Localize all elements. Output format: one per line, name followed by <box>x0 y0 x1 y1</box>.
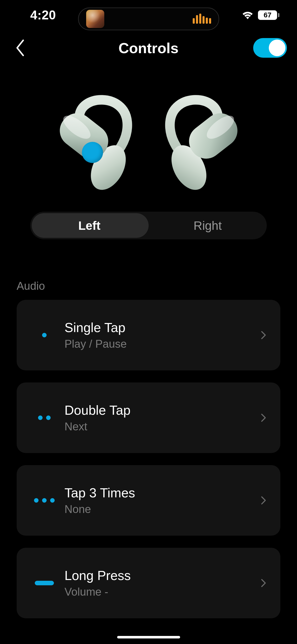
home-indicator[interactable] <box>117 636 180 638</box>
earbud-left[interactable] <box>49 87 140 195</box>
status-bar: 4:20 67 <box>0 0 297 30</box>
status-right: 67 <box>242 10 279 20</box>
row-long-press[interactable]: Long Press Volume - <box>17 548 280 618</box>
single-tap-icon <box>27 333 62 337</box>
now-playing-artwork <box>86 10 104 28</box>
row-subtitle: None <box>64 503 259 516</box>
selection-indicator-icon <box>82 142 103 163</box>
double-tap-icon <box>27 415 62 420</box>
wifi-icon <box>242 11 253 19</box>
page-title: Controls <box>118 40 178 56</box>
toggle-knob <box>269 40 285 56</box>
row-subtitle: Volume - <box>64 586 259 598</box>
row-title: Tap 3 Times <box>64 485 259 500</box>
row-subtitle: Play / Pause <box>64 338 259 350</box>
controls-master-toggle[interactable] <box>253 38 287 58</box>
chevron-left-icon <box>15 39 25 57</box>
battery-indicator: 67 <box>258 10 279 20</box>
section-label-audio: Audio <box>0 280 297 292</box>
tab-right[interactable]: Right <box>149 219 267 233</box>
audio-visualizer-icon <box>193 14 211 24</box>
status-time: 4:20 <box>30 8 56 22</box>
battery-percent: 67 <box>263 11 271 19</box>
row-double-tap[interactable]: Double Tap Next <box>17 382 280 453</box>
triple-tap-icon <box>27 498 62 503</box>
controls-list: Single Tap Play / Pause Double Tap Next … <box>0 300 297 618</box>
row-title: Single Tap <box>64 320 259 335</box>
dynamic-island[interactable] <box>78 8 219 30</box>
chevron-right-icon <box>259 578 268 588</box>
tab-left[interactable]: Left <box>30 219 149 233</box>
earbud-illustration <box>0 66 297 209</box>
long-press-icon <box>27 581 62 585</box>
row-triple-tap[interactable]: Tap 3 Times None <box>17 465 280 536</box>
row-title: Long Press <box>64 568 259 583</box>
earbud-right[interactable] <box>157 87 248 195</box>
back-button[interactable] <box>10 34 30 62</box>
row-subtitle: Next <box>64 420 259 433</box>
app-header: Controls <box>0 30 297 66</box>
side-segmented-control: Left Right <box>30 212 267 239</box>
row-title: Double Tap <box>64 403 259 418</box>
chevron-right-icon <box>259 413 268 422</box>
chevron-right-icon <box>259 496 268 505</box>
row-single-tap[interactable]: Single Tap Play / Pause <box>17 300 280 370</box>
chevron-right-icon <box>259 331 268 340</box>
